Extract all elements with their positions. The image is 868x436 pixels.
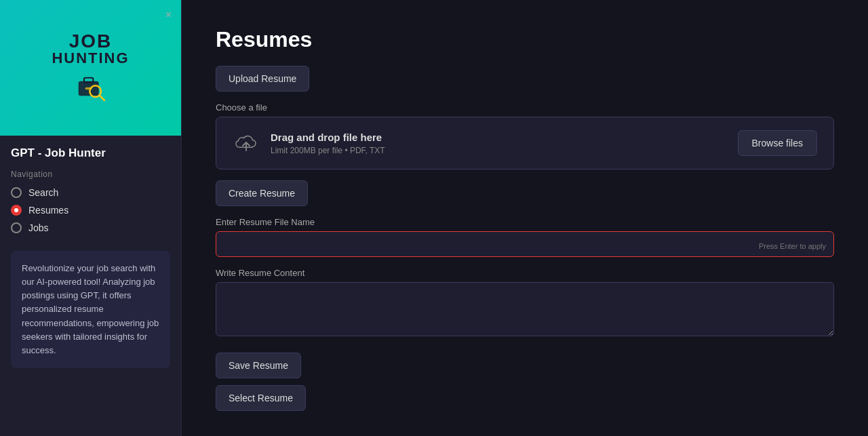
main-content: Resumes Upload Resume Choose a file Drag… [182,0,868,436]
content-label: Write Resume Content [216,268,834,278]
sidebar-label-jobs: Jobs [28,222,49,233]
select-resume-button[interactable]: Select Resume [216,385,306,411]
svg-rect-4 [85,87,92,90]
upload-resume-button[interactable]: Upload Resume [216,66,309,92]
logo-hunting-text: HUNTING [52,51,129,66]
sidebar-item-jobs[interactable]: Jobs [11,221,170,235]
choose-file-label: Choose a file [216,102,834,113]
resume-content-textarea[interactable] [216,282,834,336]
dropzone-title: Drag and drop file here [271,132,385,143]
sidebar-body: GPT - Job Hunter Navigation Search Resum… [0,136,181,436]
logo-job-text: JOB [52,32,129,51]
logo-icon [52,70,129,104]
save-resume-button[interactable]: Save Resume [216,353,301,378]
logo-banner: JOB HUNTING [0,0,181,136]
sidebar-label-search: Search [28,187,58,198]
page-title: Resumes [216,27,834,52]
dropzone[interactable]: Drag and drop file here Limit 200MB per … [216,117,834,170]
sidebar-item-search[interactable]: Search [11,186,170,199]
sidebar: × JOB HUNTING GPT - Job Hunter Navi [0,0,182,436]
dropzone-hint: Limit 200MB per file • PDF, TXT [271,146,385,155]
filename-label: Enter Resume File Name [216,217,834,227]
nav-items: Search Resumes Jobs [11,186,170,235]
radio-search [11,187,22,198]
svg-line-3 [99,96,104,101]
bottom-buttons: Save Resume Select Resume [216,353,834,411]
content-section: Write Resume Content [216,268,834,339]
browse-files-button[interactable]: Browse files [738,130,817,156]
dropzone-text: Drag and drop file here Limit 200MB per … [271,132,385,155]
info-text: Revolutionize your job search with our A… [22,262,159,357]
info-box: Revolutionize your job search with our A… [11,251,170,368]
create-resume-button[interactable]: Create Resume [216,180,308,206]
choose-file-section: Choose a file Drag and drop file here Li… [216,102,834,170]
app-title: GPT - Job Hunter [11,146,170,160]
nav-label: Navigation [11,170,170,179]
dropzone-left: Drag and drop file here Limit 200MB per … [233,130,385,157]
radio-resumes [11,205,22,216]
filename-section: Enter Resume File Name Press Enter to ap… [216,217,834,257]
radio-jobs [11,222,22,233]
filename-input[interactable] [216,231,834,257]
svg-rect-1 [84,78,93,83]
sidebar-item-resumes[interactable]: Resumes [11,203,170,217]
sidebar-label-resumes: Resumes [28,205,68,216]
close-button[interactable]: × [165,9,172,20]
filename-input-wrapper: Press Enter to apply [216,231,834,257]
upload-cloud-icon [233,130,260,157]
